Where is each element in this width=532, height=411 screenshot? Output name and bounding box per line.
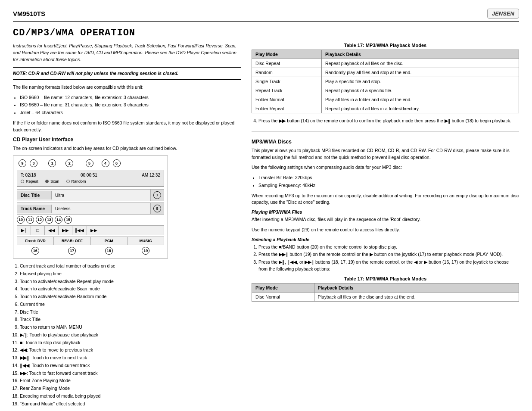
diagram-num-1: 1: [48, 159, 56, 167]
intro-text: Instructions for Insert/Eject, Play/Paus…: [13, 43, 241, 63]
ctrl-play-pause[interactable]: ▶‖: [17, 226, 31, 235]
ctrl-num-12: 12: [36, 216, 44, 224]
scan-label: Scan: [50, 179, 59, 184]
ctrl-num-11: 11: [26, 216, 34, 224]
table-row: Folder NormalPlay all files in a folder …: [252, 95, 519, 104]
numbered-item-1: Current track and total number of tracks…: [20, 263, 241, 270]
numbered-item-14: ‖◀◀: Touch to rewind current track: [20, 362, 241, 369]
controls-row: ▶‖ □ ◀◀ ▶▶ ‖◀◀ ▶▶: [17, 225, 164, 235]
status-rear: REAR: OFF: [54, 237, 90, 245]
table1-body: Disc NormalPlayback all files on the dis…: [252, 292, 519, 301]
body-text-2: If the file or folder name does not conf…: [13, 120, 241, 134]
playing-subheading: Playing MP3/WMA Files: [252, 209, 519, 215]
repeat-radio: Repeat: [21, 179, 38, 184]
table1-title: Table 17: MP3/WMA Playback Modes: [252, 276, 519, 281]
mp3-body2: Use the following settings when compress…: [252, 164, 519, 171]
numbered-item-16: Front Zone Playing Mode: [20, 377, 241, 384]
ctrl-next[interactable]: ▶▶: [59, 226, 72, 235]
scan-radio: Scan: [45, 179, 59, 184]
select-steps-list: Press the ■/BAND button (20) on the remo…: [258, 244, 519, 273]
track-time: T: 02/18: [21, 173, 36, 177]
ctrl-rew[interactable]: ‖◀◀: [72, 226, 87, 235]
diagram-num-5: 5: [86, 159, 93, 167]
numbered-item-6: Current time: [20, 301, 241, 308]
bullet-item: Joliet – 64 characters: [20, 109, 241, 116]
ctrl-fwd[interactable]: ▶▶: [87, 226, 101, 235]
numbered-item-4: Touch to activate/deactivate Scan mode: [20, 286, 241, 293]
mp3-bullet-item: Sampling Frequency: 48kHz: [258, 182, 519, 189]
body-text-3: The on-screen indicators and touch key a…: [13, 145, 241, 152]
diagram-num-9: 9: [19, 159, 26, 167]
numbered-item-2: Elapsed playing time: [20, 271, 241, 277]
right-step-list: Press the ▶▶ button (14) on the remote c…: [258, 118, 519, 125]
mp3-body3: When recording MP3 up to the maximum dis…: [252, 193, 519, 206]
main-numbered-list: Current track and total number of tracks…: [20, 263, 241, 407]
numbered-item-5: Touch to activate/deactivate Random mode: [20, 293, 241, 300]
repeat-dot: [21, 180, 24, 183]
right-table-header-mode: Play Mode: [252, 50, 322, 59]
random-radio: Random: [66, 179, 86, 184]
numbered-item-17: Rear Zone Playing Mode: [20, 385, 241, 392]
table-row: Single TrackPlay a specific file and sto…: [252, 77, 519, 86]
table1-header-mode: Play Mode: [252, 283, 314, 292]
mp3-bullet-item: Transfer Bit Rate: 320kbps: [258, 174, 519, 181]
ctrl-stop[interactable]: □: [31, 226, 45, 235]
bottom-num-18: 18: [105, 247, 113, 255]
disc-title-row: Disc Title Ultra 7: [17, 189, 164, 201]
main-layout: Instructions for Insert/Eject, Play/Paus…: [13, 43, 519, 411]
numbered-item-19: "Surround Music" effect selected: [20, 401, 241, 408]
body-text-1: The file naming formats listed below are…: [13, 84, 241, 91]
bottom-num-17: 17: [68, 247, 76, 255]
disc-title-circle: 7: [153, 191, 161, 199]
numbered-item-3: Touch to activate/deactivate Repeat play…: [20, 278, 241, 285]
page-header: VM9510TS JENSEN: [13, 9, 519, 22]
ctrl-num-row: 10 11 12 13 14 15: [17, 216, 164, 224]
table-row: Folder RepeatRepeat playback of all file…: [252, 104, 519, 113]
track-name-row: Track Name Useless 8: [17, 202, 164, 215]
screen-row1: T: 02/18 00:00:51 AM 12:32: [21, 173, 160, 177]
right-table-body: Disc RepeatRepeat playback of all files …: [252, 59, 519, 113]
mp3-bullets: Transfer Bit Rate: 320kbpsSampling Frequ…: [258, 174, 519, 189]
table-row: Disc RepeatRepeat playback of all files …: [252, 59, 519, 68]
ctrl-num-15: 15: [64, 216, 72, 224]
disc-title-label: Disc Title: [17, 191, 52, 199]
select-step-3: Press the ▶‖, ‖◀◀, or ▶▶‖ buttons (18, 1…: [258, 259, 519, 273]
disc-title-value: Ultra: [52, 191, 150, 199]
random-dot: [66, 180, 70, 183]
table-row: Disc NormalPlayback all files on the dis…: [252, 292, 519, 301]
status-pcm: PCM: [91, 237, 128, 245]
table-row: Repeat TrackRepeat playback of a specifi…: [252, 86, 519, 95]
status-music: MUSIC: [128, 237, 164, 245]
mp3-body1: This player allows you to playback MP3 f…: [252, 147, 519, 161]
diagram-num-2: 2: [65, 159, 73, 167]
diagram-bottom-row: 16 17 18 19: [17, 247, 164, 255]
right-column: Table 17: MP3/WMA Playback Modes Play Mo…: [252, 43, 519, 411]
diagram-top-row: 9 3 1 2 5 4 6: [17, 159, 164, 167]
mp3-subheading: MP3/WMA Discs: [252, 139, 519, 145]
diagram-num-3: 3: [30, 159, 37, 167]
ctrl-prev[interactable]: ◀◀: [45, 226, 59, 235]
numbered-item-12: ◀◀: Touch to move to previous track: [20, 347, 241, 354]
numbered-item-13: ▶▶‖: Touch to move to next track: [20, 355, 241, 361]
table-row: RandomRandomly play all files and stop a…: [252, 68, 519, 77]
note-box: NOTE: CD-R and CD-RW will not play unles…: [13, 67, 241, 80]
section-title: CD/MP3/WMA OPERATION: [13, 28, 519, 38]
subheading-cd-player: CD Player User Interface: [13, 137, 241, 143]
right-table-title: Table 17: MP3/WMA Playback Modes: [252, 43, 519, 48]
bullet-item: ISO 9660 – file name: 12 characters, fil…: [20, 94, 241, 101]
bottom-num-16: 16: [31, 247, 39, 255]
disc-title-num: 7: [150, 190, 164, 201]
numbered-item-15: ▶▶: Touch to fast forward current track: [20, 370, 241, 377]
select-subheading: Selecting a Playback Mode: [252, 237, 519, 242]
bullets-list-1: ISO 9660 – file name: 12 characters, fil…: [20, 94, 241, 116]
track-name-circle: 8: [153, 205, 161, 212]
track-name-label: Track Name: [17, 205, 52, 213]
random-label: Random: [72, 179, 86, 184]
track-name-num: 8: [150, 203, 164, 214]
bullet-item: ISO 9660 – file name: 31 characters, fil…: [20, 102, 241, 109]
numbered-item-7: Disc Title: [20, 309, 241, 316]
jensen-logo: JENSEN: [487, 9, 519, 19]
select-step-2: Press the ▶▶‖ button (19) on the remote …: [258, 251, 519, 258]
track-name-value: Useless: [52, 205, 150, 213]
clock-time: AM 12:32: [142, 173, 160, 177]
